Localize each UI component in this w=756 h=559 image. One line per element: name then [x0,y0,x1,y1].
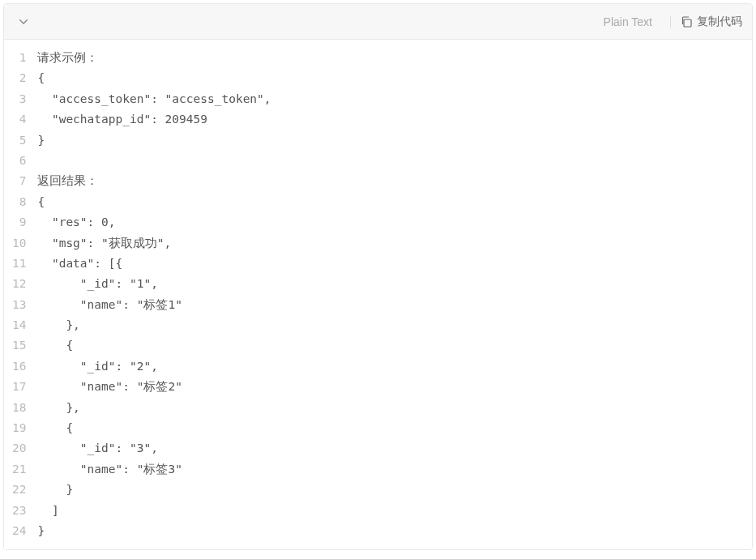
line-number: 12 [12,274,26,294]
line-number: 2 [12,68,26,88]
line-number: 4 [12,109,26,130]
line-number: 6 [12,151,26,171]
code-line: "_id": "1", [37,274,742,294]
code-line: "access_token": "access_token", [37,89,742,109]
copy-icon [681,16,692,28]
code-line: { [37,335,742,356]
line-numbers: 123456789101112131415161718192021222324 [4,48,37,541]
code-line [37,151,742,171]
code-line: "data": [{ [37,254,742,274]
line-number: 7 [12,171,26,191]
header-left [14,12,33,32]
line-number: 24 [12,521,26,541]
code-line: "name": "标签3" [37,459,742,480]
line-number: 9 [12,212,26,233]
code-line: "msg": "获取成功", [37,233,742,254]
line-number: 5 [12,130,26,151]
line-number: 13 [12,295,26,315]
code-body: 123456789101112131415161718192021222324 … [4,40,752,549]
code-line: "wechatapp_id": 209459 [37,109,742,130]
line-number: 1 [12,48,26,68]
line-number: 10 [12,233,26,254]
divider [670,15,671,28]
code-line: ] [37,501,742,521]
code-line: } [37,130,742,151]
code-line: { [37,68,742,88]
line-number: 17 [12,377,26,397]
code-line: "_id": "2", [37,356,742,377]
line-number: 3 [12,89,26,109]
line-number: 11 [12,254,26,274]
code-line: 返回结果： [37,171,742,191]
language-label: Plain Text [604,15,660,28]
line-number: 19 [12,418,26,438]
code-line: "name": "标签1" [37,295,742,315]
code-line: { [37,418,742,438]
code-line: } [37,480,742,500]
line-number: 22 [12,480,26,500]
code-content: 请求示例：{ "access_token": "access_token", "… [37,48,752,541]
line-number: 18 [12,398,26,418]
dropdown-button[interactable] [14,12,33,32]
code-line: "res": 0, [37,212,742,233]
code-line: }, [37,315,742,335]
code-header: Plain Text 复制代码 [4,4,752,40]
line-number: 21 [12,459,26,480]
code-line: 请求示例： [37,48,742,68]
copy-button[interactable]: 复制代码 [681,15,742,29]
line-number: 16 [12,356,26,377]
svg-rect-0 [684,19,691,27]
code-line: "_id": "3", [37,438,742,459]
code-line: "name": "标签2" [37,377,742,397]
line-number: 8 [12,192,26,212]
line-number: 20 [12,438,26,459]
code-line: { [37,192,742,212]
line-number: 15 [12,335,26,356]
code-block: Plain Text 复制代码 123456789101112131415161… [3,3,753,550]
code-line: }, [37,398,742,418]
code-line: } [37,521,742,541]
line-number: 23 [12,501,26,521]
chevron-down-icon [19,19,28,24]
line-number: 14 [12,315,26,335]
copy-label: 复制代码 [697,15,742,29]
header-right: Plain Text 复制代码 [604,15,742,29]
